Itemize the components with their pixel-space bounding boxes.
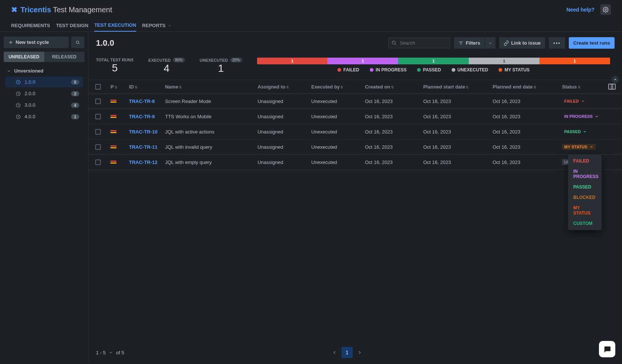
dot-icon bbox=[337, 68, 341, 72]
more-button[interactable]: ••• bbox=[549, 37, 565, 49]
sidebar-item-count: 2 bbox=[71, 91, 79, 96]
nav-test-execution[interactable]: TEST EXECUTION bbox=[94, 19, 136, 32]
cell-created: Oct 16, 2023 bbox=[362, 109, 420, 124]
chevron-down-icon bbox=[581, 99, 585, 103]
dot-icon bbox=[452, 68, 455, 72]
tab-unreleased[interactable]: UNRELEASED bbox=[4, 52, 44, 62]
search-input[interactable] bbox=[388, 38, 450, 48]
status-dropdown-trigger[interactable]: PASSED bbox=[562, 129, 589, 135]
progress-segment: 1 bbox=[257, 58, 328, 64]
status-option-blocked[interactable]: BLOCKED bbox=[568, 192, 602, 203]
tree-group-label: Unversioned bbox=[14, 68, 44, 74]
chevron-down-icon bbox=[168, 24, 171, 28]
cell-end: Oct 16, 2023 bbox=[490, 139, 559, 155]
chevron-down-icon[interactable] bbox=[109, 350, 113, 355]
filters-expand-button[interactable] bbox=[485, 37, 496, 49]
status-option-in-progress[interactable]: IN PROGRESS bbox=[568, 166, 602, 182]
stat-total-label: TOTAL TEST RUNS bbox=[96, 58, 134, 62]
column-planned-end-date[interactable]: Planned end date⇅ bbox=[490, 80, 559, 94]
status-dropdown-trigger[interactable]: MY STATUS bbox=[562, 144, 596, 150]
progress-segment: 1 bbox=[539, 58, 610, 64]
help-link[interactable]: Need help? bbox=[567, 7, 594, 13]
column-created-on[interactable]: Created on⇅ bbox=[362, 80, 420, 94]
cell-name: Screen Reader Mode bbox=[162, 94, 255, 109]
select-all-checkbox[interactable] bbox=[95, 84, 101, 90]
status-option-passed[interactable]: PASSED bbox=[568, 182, 602, 192]
test-run-id-link[interactable]: TRAC-TR-11 bbox=[129, 144, 158, 150]
filters-button[interactable]: Filters bbox=[454, 37, 485, 49]
cycle-icon bbox=[16, 80, 21, 85]
stat-unexecuted-label: UNEXECUTED20% bbox=[200, 58, 242, 62]
link-icon bbox=[504, 41, 509, 46]
column-assigned-to[interactable]: Assigned to⇅ bbox=[254, 80, 308, 94]
test-run-id-link[interactable]: TRAC-TR-9 bbox=[129, 114, 155, 119]
column-planned-start-date[interactable]: Planned start date⇅ bbox=[420, 80, 490, 94]
legend-label: UNEXECUTED bbox=[458, 67, 488, 73]
column-executed-by[interactable]: Executed by⇅ bbox=[308, 80, 362, 94]
table-row: TRAC-TR-9TTS Works on MobileUnassignedUn… bbox=[89, 109, 622, 124]
table-row: TRAC-TR-8Screen Reader ModeUnassignedUne… bbox=[89, 94, 622, 109]
sidebar-item-count: 4 bbox=[71, 103, 79, 108]
svg-line-4 bbox=[78, 43, 79, 44]
sidebar-item-label: 3.0.0 bbox=[25, 102, 35, 108]
search-icon bbox=[391, 40, 397, 45]
new-test-cycle-button[interactable]: New test cycle bbox=[4, 36, 69, 48]
settings-button[interactable] bbox=[600, 4, 611, 15]
row-checkbox[interactable] bbox=[95, 114, 101, 119]
test-run-id-link[interactable]: TRAC-TR-10 bbox=[129, 129, 158, 135]
nav-test-design[interactable]: TEST DESIGN bbox=[56, 19, 89, 32]
status-dropdown-trigger[interactable]: FAILED bbox=[562, 98, 587, 104]
legend-item: FAILED bbox=[337, 67, 359, 73]
cell-assigned: Unassigned bbox=[254, 139, 308, 155]
legend-item: UNEXECUTED bbox=[452, 67, 488, 73]
column-name[interactable]: Name⇅ bbox=[162, 80, 255, 94]
tab-released[interactable]: RELEASED bbox=[44, 52, 85, 62]
column-status[interactable]: Status⇅ bbox=[559, 80, 605, 94]
sidebar-item-1-0-0[interactable]: 1.0.05 bbox=[5, 77, 83, 87]
column-p[interactable]: P⇅ bbox=[108, 80, 126, 94]
cell-start: Oct 16, 2023 bbox=[420, 139, 490, 155]
legend-label: MY STATUS bbox=[504, 67, 529, 73]
row-checkbox[interactable] bbox=[95, 144, 101, 150]
status-option-my-status[interactable]: MY STATUS bbox=[568, 203, 602, 218]
collapse-summary-button[interactable] bbox=[612, 76, 619, 83]
nav-requirements[interactable]: REQUIREMENTS bbox=[11, 19, 50, 32]
svg-point-0 bbox=[605, 9, 606, 10]
test-run-id-link[interactable]: TRAC-TR-8 bbox=[129, 99, 155, 104]
dot-icon bbox=[370, 68, 373, 72]
column-id[interactable]: ID⇅ bbox=[126, 80, 162, 94]
cell-end: Oct 16, 2023 bbox=[490, 155, 559, 170]
columns-settings-button[interactable] bbox=[608, 84, 616, 90]
sidebar-item-4-0-0[interactable]: 4.0.01 bbox=[5, 111, 83, 122]
test-run-id-link[interactable]: TRAC-TR-12 bbox=[129, 160, 158, 165]
cycle-icon bbox=[16, 114, 21, 119]
status-option-failed[interactable]: FAILED bbox=[568, 156, 602, 166]
dot-icon bbox=[498, 68, 502, 72]
row-checkbox[interactable] bbox=[95, 129, 101, 135]
test-runs-table: P⇅ID⇅Name⇅Assigned to⇅Executed by⇅Create… bbox=[89, 80, 622, 170]
status-legend: FAILEDIN PROGRESSPASSEDUNEXECUTEDMY STAT… bbox=[257, 67, 610, 73]
pagination-next-button[interactable] bbox=[354, 347, 365, 358]
status-dropdown-trigger[interactable]: IN PROGRESS bbox=[562, 113, 601, 119]
sidebar-search-button[interactable] bbox=[71, 36, 84, 48]
sidebar-item-3-0-0[interactable]: 3.0.04 bbox=[5, 100, 83, 110]
sidebar-item-2-0-0[interactable]: 2.0.02 bbox=[5, 88, 83, 99]
cell-end: Oct 16, 2023 bbox=[490, 109, 559, 124]
row-checkbox[interactable] bbox=[95, 99, 101, 104]
row-checkbox[interactable] bbox=[95, 160, 101, 165]
sidebar-item-count: 1 bbox=[71, 114, 79, 119]
svg-line-10 bbox=[395, 44, 396, 45]
create-test-runs-button[interactable]: Create test runs bbox=[569, 37, 615, 49]
chevron-up-icon bbox=[613, 78, 617, 81]
chat-widget-button[interactable] bbox=[599, 341, 615, 357]
cell-start: Oct 16, 2023 bbox=[420, 109, 490, 124]
pagination-page-1[interactable]: 1 bbox=[342, 347, 353, 358]
link-to-issue-button[interactable]: Link to issue bbox=[499, 37, 545, 49]
cell-start: Oct 16, 2023 bbox=[420, 155, 490, 170]
nav-reports[interactable]: REPORTS bbox=[142, 19, 171, 32]
pagination-prev-button[interactable] bbox=[329, 347, 340, 358]
tree-group-unversioned[interactable]: Unversioned bbox=[4, 66, 84, 76]
status-option-custom[interactable]: CUSTOM bbox=[568, 218, 602, 229]
cell-created: Oct 16, 2023 bbox=[362, 124, 420, 139]
release-tabs: UNRELEASEDRELEASED bbox=[4, 52, 84, 62]
